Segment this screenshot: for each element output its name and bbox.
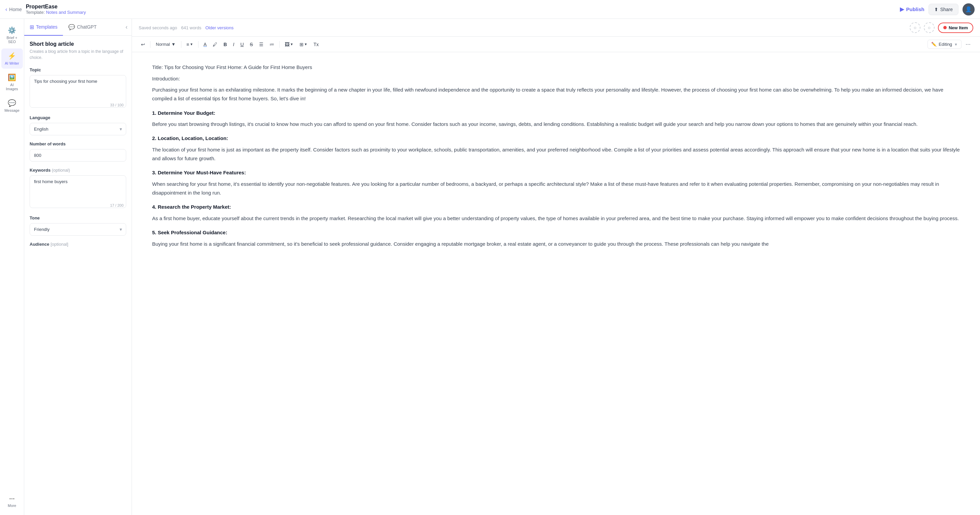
word-count: 641 words [181, 25, 201, 30]
message-icon: 💬 [8, 99, 16, 107]
panel: ⊞ Templates 💬 ChatGPT ‹ Short blog artic… [24, 19, 132, 515]
topbar-right: ▶ Publish ⬆ Share 👤 [900, 3, 975, 16]
topic-textarea-wrap: Tips for choosing your first home 33 / 1… [30, 75, 126, 109]
doc-paragraph-3: When searching for your first home, it's… [152, 180, 960, 198]
tab-chatgpt[interactable]: 💬 ChatGPT [63, 19, 102, 36]
divider-3 [198, 41, 199, 48]
sidebar-item-ai-writer[interactable]: ⚡ AI Writer [2, 48, 23, 69]
highlight-button[interactable]: 🖊 [210, 40, 220, 49]
avatar-placeholder-2-icon: ○ [928, 25, 931, 30]
audience-field-group: Audience [optional] [30, 242, 126, 247]
saved-text: Saved seconds ago [138, 25, 177, 30]
template-link[interactable]: Notes and Summary [46, 10, 86, 15]
editor-area: Saved seconds ago 641 words Older versio… [132, 19, 980, 515]
words-field-group: Number of words [30, 141, 126, 161]
words-input[interactable] [30, 149, 126, 161]
doc-heading-4: 5. Seek Professional Guidance: [152, 228, 960, 237]
sidebar-item-brief-seo[interactable]: ⚙️ Brief + SEO [2, 23, 23, 47]
pencil-icon: ✏️ [931, 42, 937, 47]
publish-icon: ▶ [900, 6, 904, 13]
editing-chevron-icon: ▼ [954, 42, 958, 46]
divider-4 [279, 41, 280, 48]
app-name: PropertEase [26, 4, 86, 10]
language-select[interactable]: English Spanish French German [30, 123, 126, 135]
sidebar-item-more[interactable]: ··· More [2, 491, 23, 511]
panel-collapse-button[interactable]: ‹ [121, 19, 132, 35]
numbered-list-button[interactable]: ≔ [267, 40, 277, 49]
strikethrough-button[interactable]: S [247, 40, 255, 49]
home-label: Home [9, 7, 22, 12]
more-options-button[interactable]: ··· [963, 39, 973, 49]
divider-2 [181, 41, 181, 48]
bold-button[interactable]: B [221, 40, 229, 49]
editor-meta: Saved seconds ago 641 words Older versio… [138, 25, 234, 30]
bullet-list-button[interactable]: ☰ [257, 40, 266, 49]
text-color-button[interactable]: A [201, 40, 209, 49]
tone-field-group: Tone Friendly Professional Casual Formal… [30, 215, 126, 236]
doc-intro-label: Introduction: [152, 74, 960, 83]
sidebar-icons: ⚙️ Brief + SEO ⚡ AI Writer 🖼️ AI Images … [0, 19, 24, 515]
editing-badge[interactable]: ✏️ Editing ▼ [928, 40, 961, 49]
more-icon: ··· [9, 494, 15, 502]
style-dropdown-chevron-icon: ▼ [171, 42, 176, 47]
template-title: Short blog article [30, 41, 126, 47]
editor-meta-bar: Saved seconds ago 641 words Older versio… [132, 19, 980, 37]
topbar: ‹ Home PropertEase Template: Notes and S… [0, 0, 980, 19]
language-field-group: Language English Spanish French German ▼ [30, 115, 126, 135]
brief-seo-icon: ⚙️ [8, 26, 16, 34]
ai-writer-icon: ⚡ [8, 52, 16, 60]
breadcrumb: PropertEase Template: Notes and Summary [26, 4, 86, 15]
keywords-label: Keywords (optional) [30, 167, 126, 173]
topbar-left: ‹ Home PropertEase Template: Notes and S… [5, 4, 86, 15]
editor-toolbar-right: ○ ○ New Item [910, 22, 973, 33]
doc-paragraph-0: Purchasing your first home is an exhilar… [152, 86, 960, 103]
topic-label: Topic [30, 67, 126, 72]
tone-select[interactable]: Friendly Professional Casual Formal [30, 223, 126, 236]
older-versions-link[interactable]: Older versions [205, 25, 234, 30]
panel-tabs: ⊞ Templates 💬 ChatGPT ‹ [24, 19, 132, 36]
style-dropdown[interactable]: Normal ▼ [153, 40, 178, 48]
language-select-wrap: English Spanish French German ▼ [30, 123, 126, 135]
doc-paragraph-4: As a first home buyer, educate yourself … [152, 214, 960, 223]
format-bar: ↩ Normal ▼ ≡ ▼ A 🖊 B I U S ☰ ≔ 🖼 ▼ ⊞ ▼ T… [132, 37, 980, 52]
underline-button[interactable]: U [238, 40, 246, 49]
topic-field-group: Topic Tips for choosing your first home … [30, 67, 126, 109]
avatar-placeholder-icon: ○ [914, 25, 916, 30]
table-button[interactable]: ⊞ ▼ [297, 40, 310, 49]
doc-heading-2: 3. Determine Your Must-Have Features: [152, 168, 960, 177]
template-description: Creates a blog article from a topic in t… [30, 48, 126, 61]
home-link[interactable]: ‹ Home [5, 6, 22, 13]
new-item-dot-icon [943, 26, 947, 29]
clear-format-button[interactable]: Tx [311, 40, 321, 49]
new-item-button[interactable]: New Item [938, 22, 973, 33]
chatgpt-tab-icon: 💬 [68, 24, 75, 30]
tab-templates[interactable]: ⊞ Templates [24, 19, 63, 36]
italic-button[interactable]: I [231, 40, 237, 49]
tone-label: Tone [30, 215, 126, 220]
sidebar-item-ai-images[interactable]: 🖼️ AI Images [2, 70, 23, 94]
audience-label: Audience [optional] [30, 242, 126, 247]
doc-paragraph-1: Before you start browsing through listin… [152, 120, 960, 129]
doc-heading-3: 4. Research the Property Market: [152, 202, 960, 211]
keywords-textarea-wrap: first home buyers 17 / 200 [30, 175, 126, 209]
words-label: Number of words [30, 141, 126, 147]
editor-content[interactable]: Title: Tips for Choosing Your First Home… [132, 52, 980, 515]
share-button[interactable]: ⬆ Share [929, 4, 958, 15]
avatar[interactable]: 👤 [963, 3, 975, 16]
editor-avatar-1: ○ [910, 22, 920, 33]
panel-content: Short blog article Creates a blog articl… [24, 36, 132, 515]
doc-paragraph-5: Buying your first home is a significant … [152, 240, 960, 249]
ai-images-icon: 🖼️ [8, 73, 16, 81]
tone-select-wrap: Friendly Professional Casual Formal ▼ [30, 223, 126, 236]
templates-tab-icon: ⊞ [30, 24, 34, 30]
template-label: Template: Notes and Summary [26, 10, 86, 15]
keywords-char-count: 17 / 200 [110, 203, 124, 207]
sidebar-item-message[interactable]: 💬 Message [2, 96, 23, 116]
doc-heading-0: 1. Determine Your Budget: [152, 109, 960, 118]
doc-title-line: Title: Tips for Choosing Your First Home… [152, 63, 960, 72]
align-button[interactable]: ≡ ▼ [184, 40, 196, 49]
undo-button[interactable]: ↩ [138, 40, 147, 49]
publish-button[interactable]: ▶ Publish [900, 6, 924, 13]
image-button[interactable]: 🖼 ▼ [282, 40, 296, 49]
home-chevron-icon: ‹ [5, 6, 7, 13]
